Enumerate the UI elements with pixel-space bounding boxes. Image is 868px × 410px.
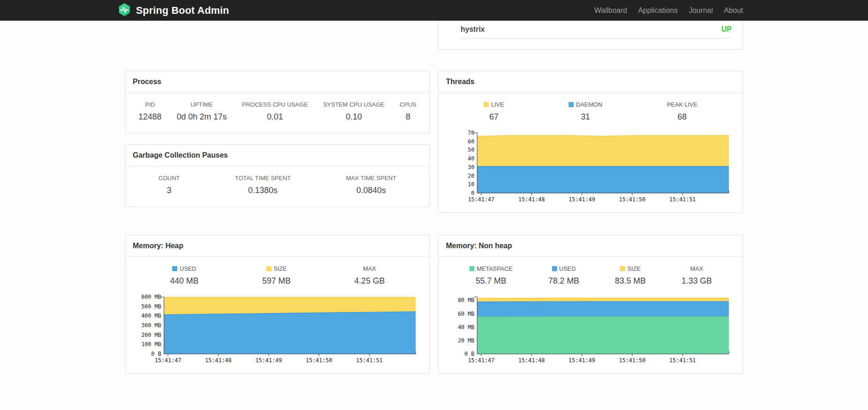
nonheap-chart-area: 0 B20 MB40 MB60 MB80 MB15:41:4715:41:481… [439, 286, 743, 373]
svg-text:300 MB: 300 MB [141, 322, 161, 329]
legend-item: METASPACE 55.7 MB [469, 265, 513, 286]
legend-item: DAEMON 31 [569, 101, 602, 122]
svg-text:10: 10 [468, 181, 474, 188]
nonheap-chart: 0 B20 MB40 MB60 MB80 MB15:41:4715:41:481… [448, 293, 733, 366]
svg-text:40 MB: 40 MB [458, 324, 474, 330]
gc-panel: Garbage Collection Pauses COUNT 3 TOTAL … [125, 144, 430, 207]
legend-value: 67 [484, 112, 504, 122]
stat-label: UPTIME [177, 101, 227, 108]
heap-legend: USED 440 MB SIZE 597 MB [125, 257, 429, 286]
legend-label: USED [180, 265, 196, 272]
stat-label: CPUS [400, 101, 416, 108]
legend-value: 4.25 GB [355, 276, 385, 286]
left-column: Process PID 12488 UPTIME 0d 0h 2m 17s [125, 71, 430, 213]
gc-stats: COUNT 3 TOTAL TIME SPENT 0.1380s MAX TIM… [125, 166, 429, 206]
health-row[interactable]: hystrix UP [461, 21, 732, 39]
svg-text:30: 30 [468, 164, 474, 171]
svg-text:15:41:48: 15:41:48 [205, 357, 232, 364]
memory-heap-panel-title: Memory: Heap [125, 235, 429, 257]
stat-label: COUNT [158, 175, 180, 182]
svg-text:500 MB: 500 MB [141, 303, 161, 310]
legend-value: 83.5 MB [615, 276, 646, 286]
svg-text:15:41:51: 15:41:51 [669, 357, 696, 364]
stat-value: 0.10 [323, 112, 385, 122]
svg-text:400 MB: 400 MB [141, 313, 161, 319]
svg-text:15:41:49: 15:41:49 [569, 196, 595, 203]
svg-text:20 MB: 20 MB [458, 337, 474, 344]
stat: COUNT 3 [158, 175, 180, 195]
empty-cell [125, 21, 430, 50]
svg-text:15:41:47: 15:41:47 [155, 357, 181, 364]
stat-value: 0.01 [242, 112, 308, 122]
stat: TOTAL TIME SPENT 0.1380s [235, 175, 291, 195]
legend-value: 55.7 MB [469, 276, 513, 286]
memory-nonheap-panel-title: Memory: Non heap [439, 235, 743, 257]
stat-value: 3 [158, 186, 180, 195]
legend-swatch [266, 266, 271, 271]
legend-item: MAX 4.25 GB [355, 265, 385, 286]
stat: MAX TIME SPENT 0.0840s [346, 175, 396, 195]
legend-label: PEAK LIVE [667, 101, 697, 108]
svg-text:200 MB: 200 MB [141, 332, 161, 338]
nav-link[interactable]: Applications [632, 6, 683, 15]
nav-link[interactable]: Journal [683, 6, 718, 15]
stat-label: MAX TIME SPENT [346, 175, 396, 182]
brand-link[interactable]: Spring Boot Admin [118, 3, 229, 18]
threads-chart: 01020304050607015:41:4715:41:4815:41:491… [448, 129, 733, 205]
legend-value: 440 MB [170, 276, 198, 286]
process-stats: PID 12488 UPTIME 0d 0h 2m 17s PROCESS CP… [125, 93, 429, 133]
stat-value: 0.1380s [235, 186, 291, 195]
svg-text:15:41:49: 15:41:49 [569, 357, 595, 364]
spring-boot-admin-logo-icon [118, 3, 131, 18]
stat: UPTIME 0d 0h 2m 17s [177, 101, 227, 122]
svg-text:60: 60 [468, 138, 474, 145]
svg-text:15:41:47: 15:41:47 [468, 357, 495, 364]
main-content: hystrix UP Process PID 12488 [125, 21, 743, 374]
svg-text:15:41:49: 15:41:49 [255, 357, 282, 364]
legend-swatch [469, 266, 474, 271]
brand-title: Spring Boot Admin [136, 5, 229, 17]
stat: CPUS 8 [400, 101, 416, 122]
application-name: hystrix [461, 25, 485, 34]
svg-text:80 MB: 80 MB [458, 297, 474, 303]
stat: SYSTEM CPU USAGE 0.10 [323, 101, 385, 122]
legend-swatch [620, 266, 625, 271]
svg-text:15:41:47: 15:41:47 [468, 196, 495, 203]
legend-label: LIVE [491, 101, 504, 108]
svg-text:15:41:48: 15:41:48 [519, 357, 545, 364]
legend-label: USED [559, 265, 576, 272]
stat-label: SYSTEM CPU USAGE [323, 101, 385, 108]
stat-label: PROCESS CPU USAGE [242, 101, 308, 108]
legend-label: MAX [690, 265, 703, 272]
legend-item: PEAK LIVE 68 [667, 101, 697, 122]
legend-label: SIZE [274, 265, 287, 272]
threads-chart-area: 01020304050607015:41:4715:41:4815:41:491… [439, 122, 743, 212]
svg-text:15:41:50: 15:41:50 [619, 196, 646, 203]
svg-text:15:41:51: 15:41:51 [356, 357, 383, 364]
stat: PROCESS CPU USAGE 0.01 [242, 101, 308, 122]
threads-panel-title: Threads [439, 71, 743, 93]
svg-text:15:41:50: 15:41:50 [306, 357, 333, 364]
nav-link[interactable]: Wallboard [589, 6, 632, 15]
navbar: Spring Boot Admin Wallboard Applications… [0, 0, 868, 21]
legend-item: USED 78.2 MB [548, 265, 579, 286]
stat-value: 12488 [139, 112, 162, 122]
process-panel: Process PID 12488 UPTIME 0d 0h 2m 17s [125, 71, 430, 133]
svg-text:50: 50 [468, 147, 474, 153]
legend-item: MAX 1.33 GB [682, 265, 712, 286]
memory-heap-panel: Memory: Heap USED 440 MB S [125, 235, 430, 374]
legend-swatch [484, 102, 489, 107]
gc-panel-title: Garbage Collection Pauses [125, 145, 429, 166]
svg-text:70: 70 [468, 130, 474, 136]
svg-text:0: 0 [471, 190, 474, 196]
stat-label: PID [139, 101, 162, 108]
legend-item: SIZE 597 MB [262, 265, 291, 286]
nonheap-legend: METASPACE 55.7 MB USED 78.2 MB [439, 257, 743, 286]
heap-chart-area: 0 B100 MB200 MB300 MB400 MB500 MB600 MB1… [125, 286, 429, 373]
legend-item: USED 440 MB [170, 265, 198, 286]
svg-text:15:41:51: 15:41:51 [669, 196, 696, 203]
svg-text:100 MB: 100 MB [141, 341, 161, 347]
nav-link[interactable]: About [718, 6, 743, 15]
legend-item: SIZE 83.5 MB [615, 265, 646, 286]
stat-label: TOTAL TIME SPENT [235, 175, 291, 182]
